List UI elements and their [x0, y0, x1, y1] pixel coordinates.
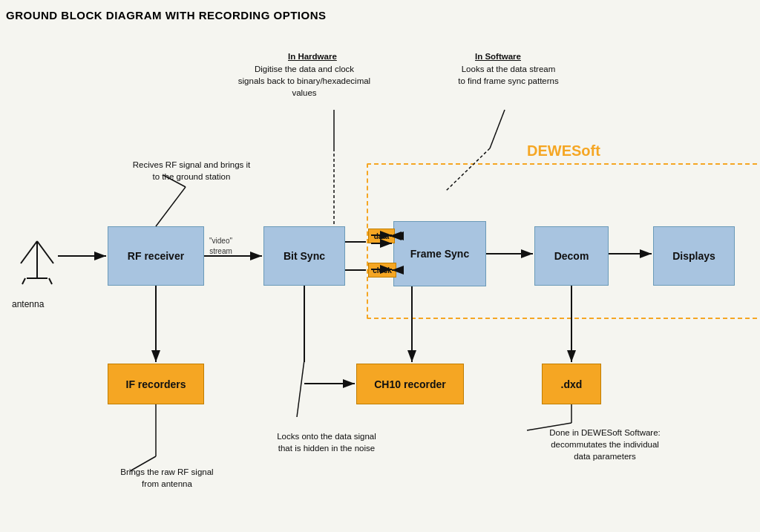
svg-line-32 — [297, 360, 304, 417]
if-recorders-block: IF recorders — [108, 364, 204, 404]
dewesoft-label: DEWESoft — [527, 142, 600, 160]
bit-sync-block: Bit Sync — [263, 226, 345, 286]
page-title: GROUND BLOCK DIAGRAM WITH RECORDING OPTI… — [6, 9, 327, 22]
antenna-symbol — [15, 226, 59, 286]
svg-line-4 — [22, 278, 25, 284]
svg-line-1 — [21, 241, 37, 263]
svg-line-2 — [37, 241, 53, 263]
svg-line-28 — [490, 110, 505, 148]
looks-at-label: Looks at the data stream to find frame s… — [434, 63, 583, 87]
locks-onto-label: Locks onto the data signal that is hidde… — [256, 430, 397, 454]
decom-block: Decom — [534, 226, 609, 286]
brings-raw-label: Brings the raw RF signal from antenna — [93, 466, 241, 490]
ch10-recorder-block: CH10 recorder — [356, 364, 464, 404]
dxd-block: .dxd — [542, 364, 601, 404]
in-hardware-label: In Hardware — [288, 50, 337, 62]
in-software-label: In Software — [475, 50, 521, 62]
displays-block: Displays — [653, 226, 735, 286]
rf-receiver-block: RF receiver — [108, 226, 204, 286]
svg-line-30 — [156, 187, 186, 226]
diagram: GROUND BLOCK DIAGRAM WITH RECORDING OPTI… — [0, 0, 760, 532]
digitise-label: Digitise the data and clock signals back… — [230, 63, 379, 99]
recives-rf-label: Recives RF signal and brings it to the g… — [117, 159, 266, 183]
clock-label-block: clock — [368, 263, 396, 278]
done-in-dewesoft-label: Done in DEWESoft Software: decommutates … — [520, 427, 690, 462]
video-stream-label: "video"stream — [209, 236, 232, 257]
data-label-block: data — [368, 229, 395, 243]
antenna-label: antenna — [12, 298, 44, 311]
svg-line-5 — [49, 278, 52, 284]
frame-sync-block: Frame Sync — [393, 221, 486, 286]
